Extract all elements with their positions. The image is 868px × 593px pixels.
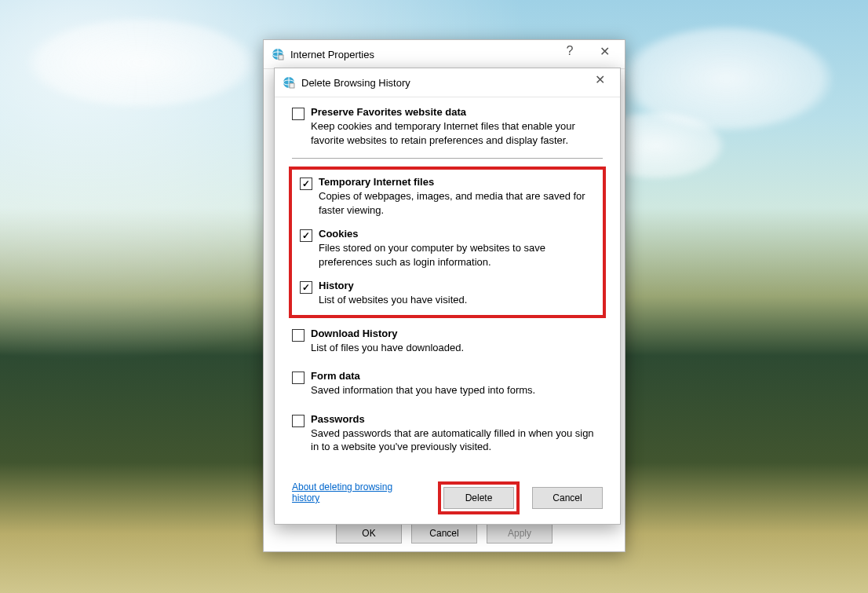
internet-properties-titlebar[interactable]: Internet Properties ? ✕ — [264, 40, 625, 69]
internet-options-icon — [272, 48, 284, 60]
cancel-button-parent[interactable]: Cancel — [411, 523, 477, 544]
label-temp-files: Temporary Internet files — [319, 176, 595, 188]
desc-passwords: Saved passwords that are automatically f… — [311, 426, 603, 454]
desktop-background: Internet Properties ? ✕ OK Cancel Apply … — [0, 0, 868, 593]
help-button[interactable]: ? — [553, 40, 587, 62]
checkbox-temporary-internet-files[interactable] — [300, 178, 312, 190]
delete-history-title: Delete Browsing History — [301, 77, 410, 89]
label-history: History — [319, 280, 595, 291]
checkbox-form-data[interactable] — [292, 372, 305, 384]
delete-button[interactable]: Delete — [443, 487, 514, 509]
about-deleting-history-link[interactable]: About deleting browsing history — [292, 481, 394, 503]
option-preserve-favorites: Preserve Favorites website data Keep coo… — [292, 106, 603, 147]
desc-preserve-favorites: Keep cookies and temporary Internet file… — [311, 119, 603, 147]
cancel-button-dialog[interactable]: Cancel — [532, 487, 603, 509]
desc-history: List of websites you have visited. — [319, 293, 595, 307]
label-download-history: Download History — [311, 328, 603, 339]
close-button-dialog[interactable]: ✕ — [582, 68, 617, 90]
checkbox-download-history[interactable] — [292, 329, 305, 342]
delete-browsing-history-dialog: Delete Browsing History ✕ Preserve Favor… — [274, 68, 621, 525]
label-preserve-favorites: Preserve Favorites website data — [311, 106, 603, 118]
apply-button[interactable]: Apply — [487, 523, 553, 544]
option-download-history: Download History List of files you have … — [292, 328, 603, 355]
close-button-parent[interactable]: ✕ — [587, 40, 622, 62]
option-history: History List of websites you have visite… — [300, 280, 595, 307]
highlight-delete-button: Delete — [438, 481, 520, 514]
ok-button[interactable]: OK — [336, 523, 402, 544]
label-form-data: Form data — [311, 370, 603, 382]
checkbox-preserve-favorites[interactable] — [292, 108, 305, 120]
option-temporary-internet-files: Temporary Internet files Copies of webpa… — [300, 176, 595, 217]
checkbox-history[interactable] — [300, 281, 312, 294]
option-cookies: Cookies Files stored on your computer by… — [300, 228, 595, 269]
label-cookies: Cookies — [319, 228, 595, 240]
desc-temp-files: Copies of webpages, images, and media th… — [319, 189, 595, 217]
option-form-data: Form data Saved information that you hav… — [292, 370, 603, 397]
internet-options-icon — [283, 76, 295, 89]
svg-rect-2 — [279, 55, 283, 60]
delete-history-titlebar[interactable]: Delete Browsing History ✕ — [275, 68, 620, 97]
desc-cookies: Files stored on your computer by website… — [319, 241, 595, 269]
desc-download-history: List of files you have downloaded. — [311, 341, 603, 355]
option-passwords: Passwords Saved passwords that are autom… — [292, 413, 603, 454]
checkbox-cookies[interactable] — [300, 229, 312, 242]
label-passwords: Passwords — [311, 413, 603, 425]
separator — [292, 158, 603, 159]
internet-properties-buttons: OK Cancel Apply — [264, 523, 625, 544]
internet-properties-title: Internet Properties — [290, 49, 374, 60]
highlight-box: Temporary Internet files Copies of webpa… — [289, 167, 606, 318]
checkbox-passwords[interactable] — [292, 415, 305, 427]
desc-form-data: Saved information that you have typed in… — [311, 383, 603, 397]
svg-rect-5 — [290, 83, 294, 88]
